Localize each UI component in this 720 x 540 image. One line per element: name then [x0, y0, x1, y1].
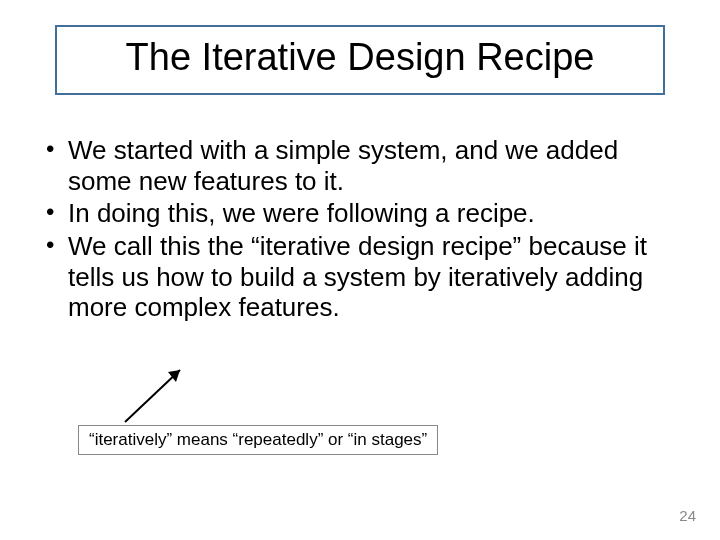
bullet-item: We call this the “iterative design recip… [40, 231, 680, 323]
slide-title: The Iterative Design Recipe [71, 37, 649, 79]
bullet-item: We started with a simple system, and we … [40, 135, 680, 196]
callout-box: “iteratively” means “repeatedly” or “in … [78, 425, 438, 455]
svg-line-0 [125, 370, 180, 422]
page-number: 24 [679, 507, 696, 524]
body-text: We started with a simple system, and we … [40, 135, 680, 325]
slide: The Iterative Design Recipe We started w… [0, 0, 720, 540]
title-box: The Iterative Design Recipe [55, 25, 665, 95]
svg-marker-1 [168, 370, 180, 382]
callout-text: “iteratively” means “repeatedly” or “in … [89, 430, 427, 449]
arrow-icon [110, 360, 210, 430]
bullet-item: In doing this, we were following a recip… [40, 198, 680, 229]
bullet-list: We started with a simple system, and we … [40, 135, 680, 323]
